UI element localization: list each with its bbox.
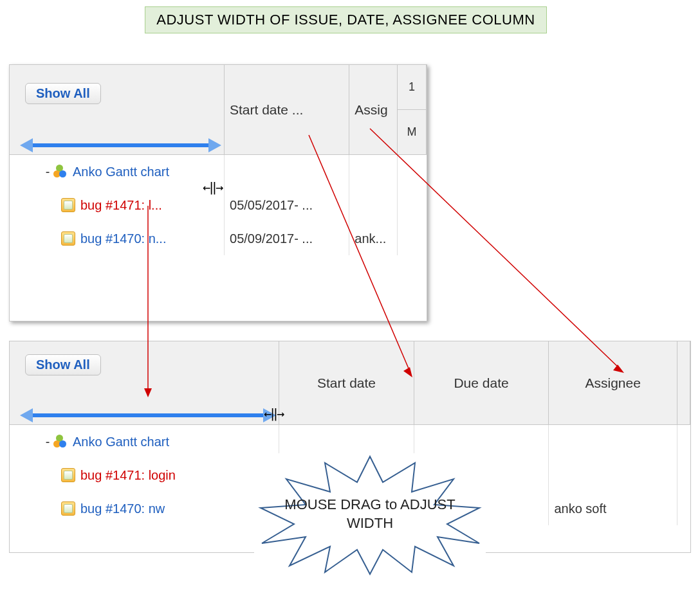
- cell-calendar: [677, 492, 690, 525]
- bug-icon: [61, 198, 75, 212]
- header-calendar: 1 M: [398, 65, 427, 154]
- table-row[interactable]: bug #1470: n... 05/09/2017- ... ank...: [10, 222, 427, 255]
- issue-link[interactable]: bug #1471: login: [80, 468, 176, 483]
- column-resize-handle[interactable]: ←‖→: [203, 179, 222, 195]
- drag-callout: MOUSE DRAG to ADJUST WIDTH: [254, 453, 486, 575]
- cell-calendar: [398, 188, 427, 222]
- cell-assignee: [549, 425, 677, 458]
- bug-icon: [61, 468, 75, 482]
- cell-calendar: [677, 458, 690, 492]
- cell-issue: bug #1470: n...: [10, 222, 225, 255]
- project-icon: [53, 165, 68, 179]
- cell-issue: bug #1470: nw: [10, 492, 279, 525]
- cell-issue: - Anko Gantt chart: [10, 425, 279, 458]
- header-due-date-label: Due date: [454, 375, 508, 391]
- project-icon: [53, 435, 68, 449]
- calendar-weekday: M: [398, 110, 426, 154]
- header-issue: Show All: [10, 341, 279, 424]
- header-start-date-label: Start date ...: [230, 102, 303, 118]
- cell-assignee: [349, 155, 398, 188]
- header-assignee: Assignee: [549, 341, 677, 424]
- show-all-button[interactable]: Show All: [25, 83, 101, 104]
- cell-calendar: [677, 425, 690, 458]
- cell-assignee: [349, 188, 398, 222]
- cell-assignee: ank...: [349, 222, 398, 255]
- cell-calendar: [398, 222, 427, 255]
- cell-issue: - Anko Gantt chart: [10, 155, 225, 188]
- bug-icon: [61, 231, 75, 246]
- header-calendar: [677, 341, 690, 424]
- width-arrow-icon: [29, 143, 212, 147]
- cell-calendar: [398, 155, 427, 188]
- cell-assignee: [549, 458, 677, 492]
- header-assignee-label: Assignee: [585, 375, 640, 391]
- bug-icon: [61, 501, 75, 516]
- header-row: Show All Start date Due date Assignee: [10, 341, 690, 425]
- issue-link[interactable]: bug #1470: nw: [80, 501, 165, 516]
- column-resize-handle[interactable]: ←‖→: [264, 406, 283, 421]
- width-arrow-icon: [29, 413, 267, 417]
- header-start-date: Start date: [279, 341, 414, 424]
- calendar-day: 1: [398, 65, 426, 110]
- drag-callout-text: MOUSE DRAG to ADJUST WIDTH: [254, 496, 486, 532]
- header-assignee-label: Assig: [355, 102, 387, 118]
- instruction-text: ADJUST WIDTH OF ISSUE, DATE, ASSIGNEE CO…: [156, 12, 535, 28]
- issue-link[interactable]: bug #1471: l...: [80, 198, 162, 213]
- cell-assignee: anko soft: [549, 492, 677, 525]
- issue-link[interactable]: Anko Gantt chart: [73, 165, 169, 179]
- cell-start-date: 05/05/2017- ...: [225, 188, 349, 222]
- cell-issue: bug #1471: login: [10, 458, 279, 492]
- gantt-table-before: Show All Start date ... Assig 1 M - Anko…: [9, 64, 427, 321]
- cell-start-date: 05/09/2017- ...: [225, 222, 349, 255]
- header-start-date: Start date ...: [225, 65, 349, 154]
- issue-link[interactable]: bug #1470: n...: [80, 231, 166, 246]
- cell-issue: bug #1471: l...: [10, 188, 225, 222]
- collapse-icon[interactable]: -: [42, 165, 53, 179]
- collapse-icon[interactable]: -: [42, 435, 53, 449]
- header-issue: Show All: [10, 65, 225, 154]
- header-due-date: Due date: [414, 341, 549, 424]
- issue-link[interactable]: Anko Gantt chart: [73, 435, 169, 449]
- header-start-date-label: Start date: [317, 375, 376, 391]
- instruction-banner: ADJUST WIDTH OF ISSUE, DATE, ASSIGNEE CO…: [145, 6, 547, 33]
- cell-start-date: [225, 155, 349, 188]
- show-all-button[interactable]: Show All: [25, 354, 101, 375]
- header-assignee: Assig: [349, 65, 398, 154]
